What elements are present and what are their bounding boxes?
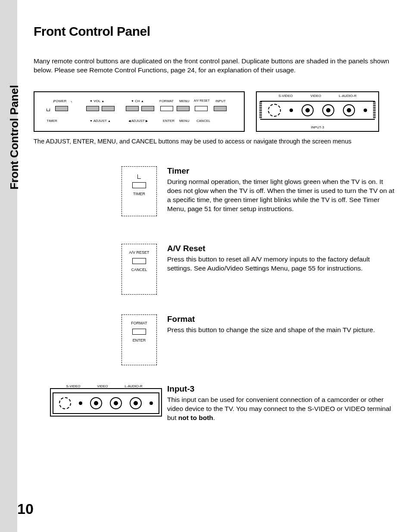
feature-timer: TIMER Timer During normal operation, the… xyxy=(81,166,395,216)
screw-icon xyxy=(79,401,82,405)
lbl-cancel: CANCEL xyxy=(196,119,210,123)
led-indicator xyxy=(47,109,50,111)
input3-body-post: . xyxy=(213,414,215,421)
screw-icon xyxy=(290,109,293,112)
svideo-jack-icon xyxy=(268,104,281,117)
btn-vol-up xyxy=(102,106,115,111)
page-title: Front Control Panel xyxy=(34,24,395,39)
lbl-ch: CH xyxy=(135,99,140,103)
lbl-input3: INPUT-3 xyxy=(257,125,378,129)
lbl-vol: VOL xyxy=(93,99,100,103)
input3-panel xyxy=(50,388,162,417)
lbl-format: FORMAT xyxy=(159,99,174,103)
timer-diagram: TIMER xyxy=(121,166,157,216)
side-strip xyxy=(0,0,17,532)
mini-button-icon xyxy=(132,258,146,264)
front-buttons-panel: POWER ┌ ┐ ▼ VOL ▲ ▼ CH ▲ FORMAT MENU A/V… xyxy=(34,91,245,132)
lbl-adjust1: ADJUST xyxy=(93,119,107,123)
timer-label: TIMER xyxy=(133,192,145,196)
lbl-power: POWER xyxy=(53,99,66,103)
input3-body: This input can be used for convenient co… xyxy=(167,395,395,423)
screw-icon xyxy=(364,109,367,112)
lbl-enter: ENTER xyxy=(163,119,174,123)
btn-vol-down xyxy=(86,106,99,111)
feature-avreset: A/V RESET CANCEL A/V Reset Press this bu… xyxy=(81,244,395,295)
btn-power xyxy=(55,106,68,111)
timer-body: During normal operation, the timer light… xyxy=(167,177,395,214)
lbl-laudior: L-AUDIO-R xyxy=(339,94,357,98)
btn-input xyxy=(214,106,227,111)
lbl-laudior2: L-AUDIO-R xyxy=(125,384,143,388)
page-number: 10 xyxy=(17,501,34,517)
btn-ch-up xyxy=(141,106,154,111)
lbl-menu: MENU xyxy=(179,99,190,103)
btn-ch-down xyxy=(126,106,139,111)
panel-caption: The ADJUST, ENTER, MENU, and CANCEL butt… xyxy=(34,138,395,145)
video-jack-icon xyxy=(302,104,314,116)
feature-input3: S-VIDEO VIDEO L-AUDIO-R Input-3 This inp… xyxy=(47,384,395,423)
format-bottom-label: ENTER xyxy=(133,338,146,342)
avreset-top-label: A/V RESET xyxy=(129,250,149,255)
format-diagram: FORMAT ENTER xyxy=(121,314,157,365)
lbl-avreset: A/V RESET xyxy=(194,99,210,102)
lbl-menu2: MENU xyxy=(179,119,190,123)
panel-ridge-right xyxy=(373,102,376,119)
lbl-timer: TIMER xyxy=(47,119,57,123)
lbl-svideo2: S-VIDEO xyxy=(66,384,81,388)
screw-icon xyxy=(149,401,153,405)
lbl-video2: VIDEO xyxy=(97,384,108,388)
audio-r-jack-icon xyxy=(343,104,355,116)
btn-format xyxy=(160,106,173,111)
format-top-label: FORMAT xyxy=(131,321,147,325)
input3-heading: Input-3 xyxy=(167,384,395,394)
lbl-adjust2: ADJUST xyxy=(131,119,145,123)
mini-button-icon xyxy=(132,329,146,335)
btn-avreset xyxy=(195,106,208,111)
avreset-body: Press this button to reset all A/V memor… xyxy=(167,255,395,273)
svideo-jack-icon xyxy=(59,397,71,409)
avreset-diagram: A/V RESET CANCEL xyxy=(121,244,157,295)
format-body: Press this button to change the size and… xyxy=(167,326,395,335)
panel-ridge-left xyxy=(259,102,262,119)
video-jack-icon xyxy=(90,397,102,409)
avreset-heading: A/V Reset xyxy=(167,244,395,253)
panel-diagram: POWER ┌ ┐ ▼ VOL ▲ ▼ CH ▲ FORMAT MENU A/V… xyxy=(34,91,395,132)
audio-r-jack-icon xyxy=(130,397,142,409)
timer-heading: Timer xyxy=(167,166,395,176)
led-shape-icon xyxy=(137,174,141,179)
front-jacks-panel: S-VIDEO VIDEO L-AUDIO-R INPUT-3 xyxy=(256,91,379,132)
audio-l-jack-icon xyxy=(322,104,334,116)
side-tab-label: Front Control Panel xyxy=(8,85,21,190)
input3-body-bold: not to both xyxy=(178,414,213,421)
btn-menu xyxy=(177,106,190,111)
lbl-video: VIDEO xyxy=(311,94,321,98)
lbl-svideo: S-VIDEO xyxy=(279,94,293,98)
audio-l-jack-icon xyxy=(110,397,122,409)
intro-paragraph: Many remote control buttons are duplicat… xyxy=(34,57,395,75)
feature-format: FORMAT ENTER Format Press this button to… xyxy=(81,314,395,365)
page-content: Front Control Panel Many remote control … xyxy=(34,24,395,423)
lbl-input: INPUT xyxy=(215,99,226,103)
input3-labels: S-VIDEO VIDEO L-AUDIO-R xyxy=(50,384,159,388)
format-heading: Format xyxy=(167,314,395,324)
mini-button-icon xyxy=(132,182,146,188)
avreset-bottom-label: CANCEL xyxy=(131,268,147,272)
